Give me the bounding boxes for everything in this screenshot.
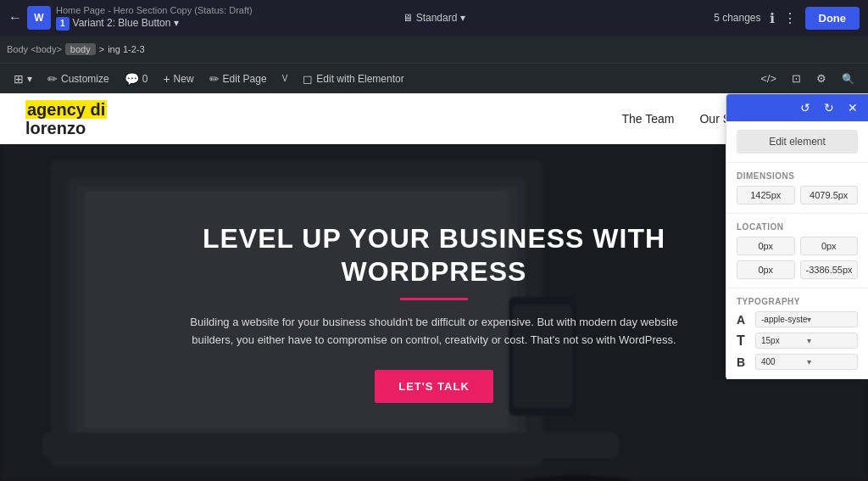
done-button[interactable]: Done	[805, 7, 860, 30]
location-y1[interactable]	[800, 237, 859, 255]
hero-cta-button[interactable]: LET'S TALK	[375, 370, 493, 403]
logo-line1: agency di	[25, 100, 107, 119]
more-button[interactable]: ⋮	[783, 10, 797, 26]
dimension-width[interactable]	[737, 186, 795, 204]
hero-title: LEVEL UP YOUR BUSINESS WITH WORDPRESS	[188, 222, 680, 288]
code-icon: </>	[760, 72, 776, 85]
font-weight-icon: B	[737, 355, 750, 369]
dimension-height[interactable]	[800, 186, 859, 204]
breadcrumb-sep: >	[99, 44, 104, 54]
edit-page-label: Edit Page	[223, 73, 267, 85]
location-x2[interactable]	[737, 260, 795, 279]
admin-bar: Body <body> body > ing 1-2-3	[0, 36, 868, 63]
search-icon: 🔍	[842, 73, 854, 85]
font-weight-dropdown-arrow: ▾	[807, 357, 853, 366]
elementor-label: Edit with Elementor	[316, 73, 403, 85]
font-family-row: A -apple-system, sys ▾	[737, 311, 858, 327]
elementor-menu-item[interactable]: V	[275, 70, 295, 87]
responsive-button[interactable]: ⊡	[785, 69, 808, 88]
location-y2[interactable]	[800, 260, 859, 279]
redo-button[interactable]: ↻	[821, 99, 837, 116]
comments-button[interactable]: 💬 0	[118, 69, 155, 89]
hero-divider	[400, 298, 468, 300]
changes-count: 5 changes	[714, 12, 760, 24]
hero-content: LEVEL UP YOUR BUSINESS WITH WORDPRESS Bu…	[171, 222, 697, 402]
customize-label: Customize	[61, 73, 109, 85]
font-size-row: T 15px ▾	[737, 333, 858, 349]
logo-line2: lorenzo	[25, 119, 107, 137]
typography-label: TYPOGRAPHY	[737, 297, 858, 306]
font-weight-row: B 400 ▾	[737, 354, 858, 370]
new-button[interactable]: + New	[156, 69, 200, 89]
breadcrumb-item[interactable]: ing 1-2-3	[108, 44, 144, 54]
panel-typography-section: TYPOGRAPHY A -apple-system, sys ▾ T 15px…	[726, 288, 868, 379]
panels-icon: ⊞	[14, 72, 24, 86]
hero-description: Building a website for your business sho…	[188, 314, 680, 350]
location-label: LOCATION	[737, 222, 858, 232]
font-size-selector[interactable]: 15px ▾	[755, 333, 858, 349]
undo-icon: ↺	[800, 101, 810, 115]
panel-header: ↺ ↻ ✕	[726, 94, 868, 121]
comment-icon: 💬	[125, 72, 139, 86]
font-family-value: -apple-system, sys	[761, 315, 807, 324]
edit-page-button[interactable]: ✏ Edit Page	[203, 69, 274, 89]
settings-button[interactable]: ⚙	[810, 69, 833, 88]
breadcrumb: Body <body> body > ing 1-2-3	[7, 43, 145, 55]
breadcrumb-root[interactable]: Body <body>	[7, 44, 62, 54]
v-icon: V	[282, 74, 288, 83]
edit-element-button[interactable]: Edit element	[737, 130, 858, 154]
panel-dimensions-section: DIMENSIONS	[726, 163, 868, 214]
body-tag[interactable]: body	[65, 43, 96, 55]
monitor-icon: 🖥	[403, 12, 413, 24]
responsive-icon: ⊡	[792, 72, 801, 85]
undo-button[interactable]: ↺	[797, 99, 814, 116]
plus-icon: +	[163, 72, 170, 86]
variant-selector[interactable]: Variant 2: Blue Button ▾	[73, 17, 180, 29]
page-title: Home Page - Hero Section Copy (Status: D…	[56, 5, 253, 16]
close-icon: ✕	[848, 101, 858, 115]
edit-icon: ✏	[209, 72, 220, 86]
redo-icon: ↻	[824, 101, 834, 115]
panels-dropdown-icon: ▾	[27, 73, 32, 85]
top-bar: ← W Home Page - Hero Section Copy (Statu…	[0, 0, 868, 36]
elementor-icon: ◻	[303, 72, 313, 86]
toolbar: ⊞ ▾ ✏ Customize 💬 0 + New ✏ Edit Page V …	[0, 63, 868, 93]
wp-logo: W	[27, 6, 51, 30]
side-panel: ↺ ↻ ✕ Edit element DIMENSIONS LOCATION	[726, 93, 868, 379]
settings-icon: ⚙	[816, 72, 826, 85]
dimensions-row	[737, 186, 858, 204]
font-family-icon: A	[737, 313, 750, 327]
location-x1[interactable]	[737, 237, 795, 255]
font-weight-selector[interactable]: 400 ▾	[755, 354, 858, 370]
nav-link-team[interactable]: The Team	[621, 112, 674, 126]
new-label: New	[174, 73, 194, 85]
font-family-dropdown-arrow: ▾	[807, 315, 853, 324]
panel-edit-section: Edit element	[726, 121, 868, 163]
search-button[interactable]: 🔍	[835, 70, 861, 88]
device-selector[interactable]: 🖥 Standard ▾	[403, 12, 466, 24]
font-size-value: 15px	[761, 336, 807, 345]
panels-toggle[interactable]: ⊞ ▾	[7, 69, 39, 89]
edit-with-elementor-button[interactable]: ◻ Edit with Elementor	[296, 69, 410, 89]
font-weight-value: 400	[761, 357, 807, 366]
font-size-icon: T	[737, 333, 750, 349]
customize-button[interactable]: ✏ Customize	[41, 69, 116, 89]
font-size-dropdown-arrow: ▾	[807, 336, 853, 345]
panel-location-section: LOCATION	[726, 214, 868, 288]
variant-number: 1	[56, 17, 70, 31]
close-panel-button[interactable]: ✕	[844, 99, 861, 116]
font-family-selector[interactable]: -apple-system, sys ▾	[755, 311, 858, 327]
info-button[interactable]: ℹ	[770, 10, 775, 26]
back-button[interactable]: ←	[8, 10, 22, 25]
location-grid	[737, 237, 858, 279]
dimensions-label: DIMENSIONS	[737, 171, 858, 181]
customize-icon: ✏	[47, 72, 58, 86]
site-logo: agency di lorenzo	[25, 100, 107, 137]
code-view-button[interactable]: </>	[754, 69, 783, 88]
comment-count: 0	[142, 73, 148, 85]
canvas-area: agency di lorenzo The Team Our Services …	[0, 93, 868, 481]
